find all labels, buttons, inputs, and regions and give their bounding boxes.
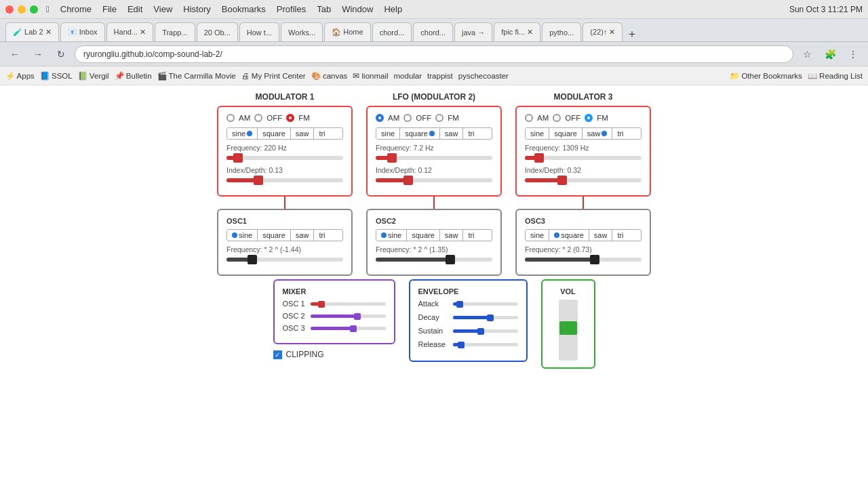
tab-lab2[interactable]: 🧪 Lab 2 ✕ — [5, 22, 59, 41]
osc2-freq-slider[interactable] — [376, 256, 492, 264]
url-bar[interactable] — [75, 45, 793, 63]
clipping-checkbox[interactable]: ✓ — [273, 350, 282, 359]
forward-button[interactable]: → — [28, 45, 47, 64]
bookmark-trappist[interactable]: trappist — [427, 72, 453, 80]
tab-inbox[interactable]: 📧 Inbox — [60, 22, 105, 41]
osc3-tri-btn[interactable]: tri — [612, 230, 628, 241]
bookmark-bulletin[interactable]: 📌 Bulletin — [115, 71, 152, 81]
maximize-dot[interactable] — [30, 5, 38, 14]
extensions-button[interactable]: 🧩 — [821, 45, 840, 64]
menu-window[interactable]: Window — [342, 4, 373, 14]
mixer-osc3-slider[interactable] — [311, 327, 386, 330]
window-controls[interactable] — [5, 5, 38, 14]
osc2-saw-btn[interactable]: saw — [440, 230, 464, 241]
bookmark-pysche[interactable]: pyschecoaster — [458, 72, 509, 80]
osc2-tri-btn[interactable]: tri — [463, 230, 479, 241]
modulator3-freq-slider[interactable] — [525, 154, 642, 162]
tab-works[interactable]: Works... — [281, 22, 323, 41]
menu-bookmarks[interactable]: Bookmarks — [222, 4, 266, 14]
menu-edit[interactable]: Edit — [127, 4, 142, 14]
new-tab-button[interactable]: ＋ — [627, 27, 637, 41]
tab-fpic[interactable]: fpic fi... ✕ — [494, 22, 540, 41]
menu-file[interactable]: File — [102, 4, 117, 14]
modulator2-fm-radio[interactable] — [435, 114, 443, 122]
modulator2-off-radio[interactable] — [403, 114, 412, 122]
env-release-slider[interactable] — [453, 343, 518, 346]
modulator3-index-slider[interactable] — [525, 176, 642, 184]
menu-help[interactable]: Help — [384, 4, 402, 14]
modulator1-square-btn[interactable]: square — [258, 128, 291, 139]
env-sustain-slider[interactable] — [453, 329, 518, 333]
menu-tab[interactable]: Tab — [317, 4, 331, 14]
modulator3-tri-btn[interactable]: tri — [612, 128, 628, 139]
tab-java[interactable]: java → — [454, 22, 492, 41]
modulator1-index-slider[interactable] — [226, 176, 343, 184]
modulator1-am-radio[interactable] — [226, 114, 235, 122]
osc1-square-btn[interactable]: square — [258, 230, 291, 241]
osc3-square-btn[interactable]: square — [549, 230, 589, 241]
bookmark-myprint[interactable]: 🖨 My Print Center — [241, 72, 306, 80]
menu-history[interactable]: History — [183, 4, 210, 14]
modulator2-square-btn[interactable]: square — [400, 128, 440, 139]
modulator3-sine-btn[interactable]: sine — [526, 128, 549, 139]
env-attack-slider[interactable] — [453, 302, 518, 306]
modulator1-saw-btn[interactable]: saw — [291, 128, 315, 139]
modulator1-sine-btn[interactable]: sine — [227, 128, 258, 139]
osc3-sine-btn[interactable]: sine — [526, 230, 549, 241]
modulator2-index-slider[interactable] — [376, 176, 492, 184]
modulator2-freq-slider[interactable] — [376, 154, 492, 162]
vol-slider-thumb[interactable] — [559, 321, 577, 335]
modulator1-freq-slider[interactable] — [226, 154, 343, 162]
bookmark-carmilla[interactable]: 🎬 The Carmilla Movie — [157, 71, 236, 81]
bookmark-ssol[interactable]: 📘 SSOL — [40, 71, 73, 81]
modulator3-square-btn[interactable]: square — [549, 128, 583, 139]
tab-howt[interactable]: How t... — [239, 22, 279, 41]
minimize-dot[interactable] — [18, 5, 26, 14]
modulator1-tri-btn[interactable]: tri — [314, 128, 330, 139]
osc3-saw-btn[interactable]: saw — [589, 230, 613, 241]
tab-hand[interactable]: Hand... ✕ — [106, 22, 154, 41]
back-button[interactable]: ← — [5, 45, 24, 64]
tab-python[interactable]: pytho... — [542, 22, 581, 41]
modulator3-saw-btn[interactable]: saw — [583, 128, 613, 139]
tab-22[interactable]: (22)↑ ✕ — [583, 22, 623, 41]
tab-chord1[interactable]: chord... — [372, 22, 412, 41]
osc1-tri-btn[interactable]: tri — [314, 230, 330, 241]
osc3-freq-slider[interactable] — [525, 256, 642, 264]
modulator1-off-radio[interactable] — [254, 114, 262, 122]
bookmark-lionmail[interactable]: ✉ lionmail — [353, 71, 388, 81]
tab-trapp[interactable]: Trapp... — [155, 22, 195, 41]
osc1-freq-slider[interactable] — [226, 256, 343, 264]
close-dot[interactable] — [5, 5, 14, 14]
osc1-sine-btn[interactable]: sine — [227, 230, 258, 241]
bookmark-apps[interactable]: ⚡ Apps — [5, 71, 35, 81]
osc2-square-btn[interactable]: square — [407, 230, 440, 241]
osc2-sine-btn[interactable]: sine — [376, 230, 407, 241]
mixer-osc1-slider[interactable] — [311, 302, 386, 306]
modulator3-off-radio[interactable] — [553, 114, 561, 122]
menu-button[interactable]: ⋮ — [844, 45, 863, 64]
bookmark-reading[interactable]: 📖 Reading List — [808, 71, 863, 81]
tab-home[interactable]: 🏠 Home — [324, 22, 370, 41]
vol-slider-track[interactable] — [559, 300, 578, 361]
menu-chrome[interactable]: Chrome — [60, 4, 92, 14]
modulator1-fm-radio[interactable] — [286, 114, 294, 122]
tab-chord2[interactable]: chord... — [413, 22, 453, 41]
bookmark-other[interactable]: 📁 Other Bookmarks — [730, 71, 802, 81]
menu-profiles[interactable]: Profiles — [277, 4, 306, 14]
reload-button[interactable]: ↻ — [52, 45, 71, 64]
modulator3-am-radio[interactable] — [525, 114, 533, 122]
modulator2-sine-btn[interactable]: sine — [376, 128, 400, 139]
mixer-osc2-slider[interactable] — [311, 314, 386, 318]
bookmark-button[interactable]: ☆ — [797, 45, 816, 64]
bookmark-modular[interactable]: modular — [394, 72, 422, 80]
modulator2-am-radio[interactable] — [376, 114, 384, 122]
modulator2-saw-btn[interactable]: saw — [440, 128, 464, 139]
menu-view[interactable]: View — [153, 4, 172, 14]
menu-apple[interactable]:  — [46, 4, 50, 14]
modulator2-tri-btn[interactable]: tri — [463, 128, 479, 139]
bookmark-canvas[interactable]: 🎨 canvas — [311, 71, 348, 81]
osc1-saw-btn[interactable]: saw — [291, 230, 315, 241]
env-decay-slider[interactable] — [453, 316, 518, 319]
modulator3-fm-radio[interactable] — [585, 114, 593, 122]
